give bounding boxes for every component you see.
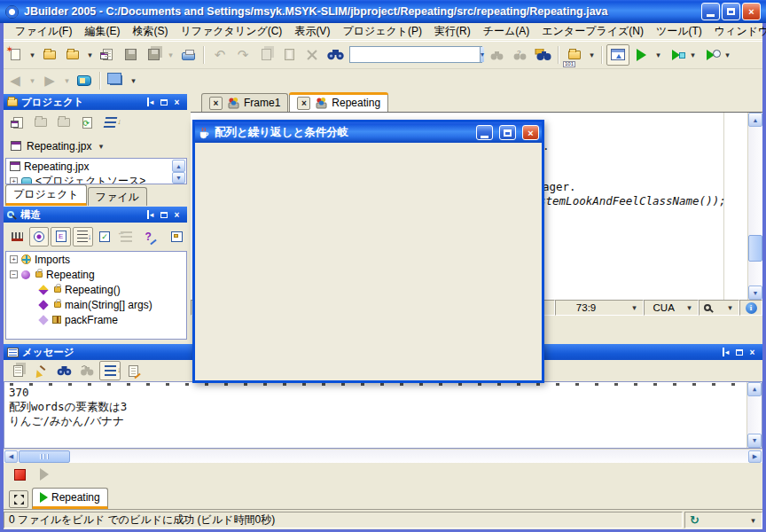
menu-refactor[interactable]: リファクタリング(C): [174, 22, 288, 41]
title-bar[interactable]: JBuilder 2005 - C:/Documents and Setting…: [0, 0, 766, 23]
save-all-dropdown[interactable]: ▾: [165, 44, 176, 66]
project-add-button[interactable]: [30, 113, 51, 132]
help-button[interactable]: [73, 70, 96, 91]
save-all-button[interactable]: [142, 44, 165, 66]
open-file-button[interactable]: [38, 44, 61, 66]
project-new-button[interactable]: [7, 113, 28, 132]
editor-info-cell[interactable]: i: [739, 300, 762, 316]
print-button[interactable]: [176, 44, 199, 66]
set-breakpoint-button[interactable]: 101: [563, 44, 586, 66]
scroll-up-button[interactable]: ▲: [748, 113, 762, 127]
dialog-title-bar[interactable]: 配列と繰り返しと条件分岐 ×: [195, 122, 542, 143]
new-dropdown[interactable]: ▾: [27, 44, 38, 66]
menu-tools[interactable]: ツール(T): [650, 22, 708, 41]
forward-dropdown[interactable]: ▾: [61, 70, 73, 91]
run-tab-repeating[interactable]: Repeating: [32, 488, 108, 509]
message-clear-button[interactable]: [30, 361, 51, 380]
forward-button[interactable]: ▶: [38, 70, 61, 91]
structure-panel-header[interactable]: 構造 ◂ ×: [4, 207, 187, 223]
message-find-again-button[interactable]: [76, 361, 98, 380]
structure-tree-back-button[interactable]: ←: [116, 227, 137, 246]
stop-button[interactable]: [14, 469, 26, 481]
close-tab-icon[interactable]: ×: [209, 97, 223, 110]
window-list-button[interactable]: [105, 70, 128, 91]
structure-sort-alpha-button[interactable]: ↓: [73, 227, 93, 246]
tab-project[interactable]: プロジェクト: [5, 184, 87, 206]
message-copy-button[interactable]: [7, 361, 28, 380]
undo-button[interactable]: ↶: [208, 44, 231, 66]
project-refresh-button[interactable]: ⟳: [76, 113, 98, 132]
structure-checks-button[interactable]: ✓: [95, 227, 115, 246]
scroll-down-button[interactable]: ▼: [747, 434, 762, 448]
structure-properties-button[interactable]: E: [51, 227, 71, 246]
project-maximize-button[interactable]: [157, 96, 170, 108]
tab-files[interactable]: ファイル: [88, 187, 147, 206]
editor-zoom-cell[interactable]: ▾: [699, 300, 739, 316]
structure-close-button[interactable]: ×: [170, 208, 184, 221]
dialog-close-button[interactable]: ×: [522, 125, 539, 140]
tree-row[interactable]: main(String[] args): [6, 297, 186, 312]
project-tree-scroll-up[interactable]: ▲: [172, 160, 185, 172]
scroll-right-button[interactable]: ▶: [748, 450, 762, 463]
close-button[interactable]: ×: [742, 3, 761, 20]
message-save-output-button[interactable]: [122, 361, 144, 380]
back-button[interactable]: ◀: [4, 70, 27, 91]
back-dropdown[interactable]: ▾: [27, 70, 38, 91]
tree-row[interactable]: − Repeating: [6, 267, 186, 282]
profile-button[interactable]: [699, 44, 722, 66]
message-dock-button[interactable]: ◂: [719, 346, 732, 358]
tree-row[interactable]: Repeating.jpx: [6, 159, 186, 174]
message-maximize-button[interactable]: [732, 346, 746, 358]
scrollbar-thumb[interactable]: [748, 235, 762, 262]
structure-dock-button[interactable]: ◂: [144, 208, 157, 221]
find-in-path-button[interactable]: [531, 44, 554, 66]
menu-project[interactable]: プロジェクト(P): [336, 22, 428, 41]
dialog-minimize-button[interactable]: [476, 125, 493, 140]
copy-button[interactable]: [254, 44, 277, 66]
background-task-cell[interactable]: ↻ ▾: [684, 512, 762, 528]
menu-run[interactable]: 実行(R): [428, 22, 477, 41]
close-tab-icon[interactable]: ×: [297, 97, 310, 110]
find-button[interactable]: [324, 44, 347, 66]
tree-row[interactable]: Repeating(): [6, 282, 186, 297]
window-list-dropdown[interactable]: ▾: [128, 70, 139, 91]
caret-position-cell[interactable]: 73:9▾: [555, 300, 644, 316]
redo-button[interactable]: ↷: [231, 44, 254, 66]
active-project-combo[interactable]: Repeating.jpx ▾: [4, 135, 187, 157]
scrollbar-thumb[interactable]: [19, 450, 70, 463]
message-horizontal-scrollbar[interactable]: ◀ ▶: [4, 449, 762, 463]
open-dropdown[interactable]: ▾: [84, 44, 96, 66]
scroll-left-button[interactable]: ◀: [4, 450, 18, 463]
ui-designer-button[interactable]: [606, 44, 629, 66]
tree-row[interactable]: packFrame: [6, 312, 186, 327]
message-output[interactable]: 370 配列wordsの要素数は3 りんご/みかん/バナナ ▲ ▼: [4, 381, 762, 449]
structure-diagram-button[interactable]: [167, 227, 187, 246]
menu-search[interactable]: 検索(S): [126, 22, 174, 41]
scroll-up-button[interactable]: ▲: [747, 382, 762, 396]
scroll-down-button[interactable]: ▼: [748, 286, 762, 300]
project-sort-button[interactable]: [99, 113, 121, 132]
structure-maximize-button[interactable]: [157, 208, 170, 221]
search-input[interactable]: [350, 47, 480, 62]
resume-button[interactable]: [40, 468, 49, 481]
expand-icon[interactable]: +: [10, 255, 18, 263]
breakpoint-dropdown[interactable]: ▾: [586, 44, 598, 66]
menu-team[interactable]: チーム(A): [477, 22, 536, 41]
open-project-button[interactable]: [61, 44, 84, 66]
message-vertical-scrollbar[interactable]: ▲ ▼: [746, 382, 762, 448]
dialog-maximize-button[interactable]: [499, 125, 516, 140]
profile-dropdown[interactable]: ▾: [722, 44, 733, 66]
debug-dropdown[interactable]: ▾: [687, 44, 699, 66]
menu-window[interactable]: ウィンドウ(W): [708, 22, 766, 41]
structure-bean-button[interactable]: [29, 227, 50, 246]
project-close-button[interactable]: ×: [170, 96, 184, 108]
tree-row[interactable]: + Imports: [6, 252, 186, 267]
message-find-button[interactable]: [53, 361, 74, 380]
run-dropdown[interactable]: ▾: [653, 44, 664, 66]
search-back-button[interactable]: [485, 44, 508, 66]
export-button[interactable]: [96, 44, 119, 66]
debug-button[interactable]: [664, 44, 687, 66]
app-dialog[interactable]: 配列と繰り返しと条件分岐 ×: [192, 120, 544, 383]
menu-edit[interactable]: 編集(E): [78, 22, 126, 41]
structure-errors-button[interactable]: ?: [138, 227, 159, 246]
